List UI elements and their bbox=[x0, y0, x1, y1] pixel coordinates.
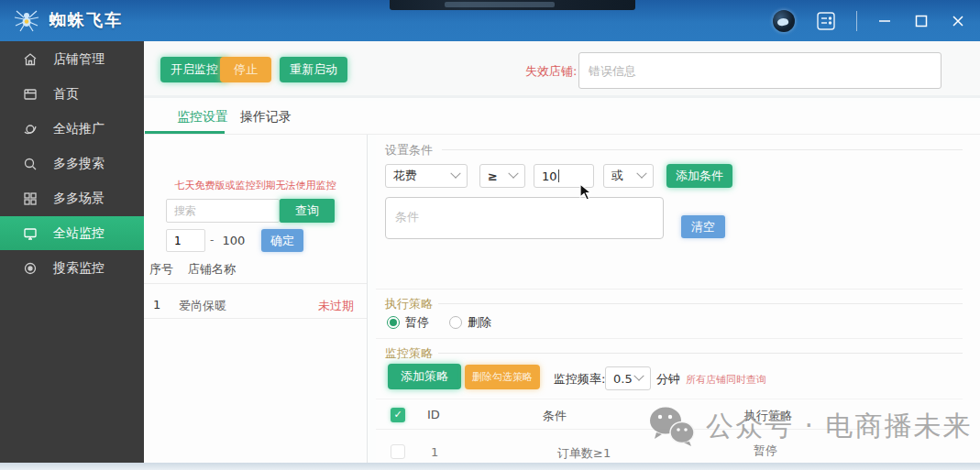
condition-logic-select[interactable]: 或 bbox=[603, 164, 654, 188]
frequency-label: 监控频率: bbox=[554, 371, 605, 388]
radio-option-pause[interactable]: 暂停 bbox=[387, 314, 429, 331]
header-condition: 条件 bbox=[543, 408, 567, 424]
sidebar-item-duoduo-search[interactable]: 多多搜索 bbox=[0, 147, 144, 180]
watermark: 公众号 · 电商播未来 bbox=[647, 405, 973, 447]
select-all-checkbox[interactable]: ✓ bbox=[391, 408, 405, 422]
globe-circle bbox=[773, 10, 795, 32]
condition-textarea[interactable] bbox=[385, 197, 664, 239]
section-title-strategy: 监控策略 bbox=[385, 345, 433, 362]
row-condition: 订单数≥1 bbox=[557, 445, 611, 462]
frequency-value: 0.5 bbox=[613, 372, 633, 386]
titlebar-controls bbox=[772, 0, 967, 41]
sidebar-item-label: 全站监控 bbox=[53, 225, 105, 242]
delete-checked-strategy-button[interactable]: 删除勾选策略 bbox=[465, 365, 540, 389]
monitor-toolbar: 开启监控 停止 重新启动 失效店铺: bbox=[144, 41, 980, 98]
sidebar-item-label: 店铺管理 bbox=[53, 51, 105, 68]
sidebar-item-site-monitor[interactable]: 全站监控 bbox=[0, 216, 144, 250]
tabbar: 监控设置 操作记录 bbox=[144, 101, 980, 135]
spider-logo-icon bbox=[13, 6, 40, 34]
row-checkbox[interactable] bbox=[391, 444, 405, 459]
active-tab-underline bbox=[145, 131, 225, 134]
header-shop-name: 店铺名称 bbox=[188, 261, 236, 278]
radio-unchecked-icon bbox=[449, 316, 462, 329]
start-monitor-button[interactable]: 开启监控 bbox=[160, 57, 228, 82]
sidebar-item-shop-management[interactable]: 店铺管理 bbox=[0, 42, 144, 76]
sidebar-item-label: 多多搜索 bbox=[53, 156, 105, 172]
wechat-icon bbox=[647, 405, 695, 447]
sidebar: 店铺管理 首页 全站推广 多多搜索 多多场景 bbox=[0, 41, 144, 463]
titlebar-separator bbox=[856, 11, 857, 31]
sidebar-item-duoduo-scene[interactable]: 多多场景 bbox=[0, 181, 144, 215]
sidebar-item-site-promotion[interactable]: 全站推广 bbox=[0, 112, 144, 146]
shop-list-panel: 七天免费版或监控到期无法使用监控 查询 - 100 确定 序号 店铺名称 1 爱… bbox=[144, 135, 367, 463]
task-panel-icon[interactable] bbox=[814, 9, 838, 33]
invalid-shop-label: 失效店铺: bbox=[525, 63, 577, 80]
shop-search-input[interactable] bbox=[166, 199, 280, 223]
frequency-select[interactable]: 0.5 bbox=[605, 366, 651, 390]
tab-operation-records[interactable]: 操作记录 bbox=[240, 109, 292, 126]
overlapping-window-artifact bbox=[390, 0, 635, 10]
close-button[interactable] bbox=[949, 12, 967, 30]
query-button[interactable]: 查询 bbox=[280, 199, 335, 223]
sidebar-item-label: 多多场景 bbox=[53, 191, 105, 207]
header-id: ID bbox=[427, 408, 440, 421]
tab-monitor-settings[interactable]: 监控设置 bbox=[177, 109, 228, 126]
chevron-down-icon bbox=[450, 169, 460, 179]
sidebar-item-label: 全站推广 bbox=[53, 121, 105, 137]
range-dash: - bbox=[210, 234, 214, 246]
divider bbox=[144, 283, 367, 284]
operator-select-value: ≥ bbox=[488, 169, 498, 183]
section-line bbox=[438, 353, 963, 354]
divider bbox=[376, 338, 963, 339]
condition-field-select[interactable]: 花费 bbox=[385, 164, 468, 188]
home-dashboard-icon bbox=[22, 86, 39, 103]
app-window: 蜘蛛飞车 bbox=[0, 0, 980, 470]
add-strategy-button[interactable]: 添加策略 bbox=[388, 364, 461, 389]
range-to-value[interactable]: 100 bbox=[217, 234, 250, 247]
invalid-shop-input[interactable] bbox=[578, 52, 941, 89]
app-logo: 蜘蛛飞车 bbox=[13, 6, 123, 34]
shop-icon bbox=[22, 51, 39, 68]
sidebar-item-home[interactable]: 首页 bbox=[0, 77, 144, 111]
chevron-down-icon bbox=[508, 169, 518, 179]
browser-globe-icon[interactable] bbox=[772, 9, 796, 33]
shop-table-row[interactable]: 1 爱尚保暖 未过期 bbox=[144, 289, 367, 318]
stop-button[interactable]: 停止 bbox=[220, 57, 271, 82]
maximize-button[interactable] bbox=[912, 12, 930, 30]
range-from-input[interactable] bbox=[166, 229, 205, 252]
confirm-button[interactable]: 确定 bbox=[261, 229, 303, 252]
radio-delete-label: 删除 bbox=[468, 314, 491, 331]
grid-icon bbox=[22, 191, 39, 207]
shop-table-header: 序号 店铺名称 bbox=[144, 261, 367, 283]
monitor-icon bbox=[22, 225, 39, 242]
radio-option-delete[interactable]: 删除 bbox=[449, 314, 491, 331]
section-title-conditions: 设置条件 bbox=[385, 142, 433, 158]
header-index: 序号 bbox=[149, 261, 173, 278]
target-icon bbox=[22, 260, 39, 277]
shop-row-name: 爱尚保暖 bbox=[179, 298, 226, 314]
search-icon bbox=[22, 156, 39, 172]
frequency-unit: 分钟 bbox=[656, 371, 680, 388]
clear-button[interactable]: 清空 bbox=[681, 215, 725, 238]
main-content: 开启监控 停止 重新启动 失效店铺: 监控设置 操作记录 七天免费版或监控到期无… bbox=[144, 41, 980, 463]
add-condition-button[interactable]: 添加条件 bbox=[666, 164, 732, 188]
window-bottom-edge bbox=[0, 463, 980, 470]
titlebar: 蜘蛛飞车 bbox=[0, 0, 980, 41]
condition-operator-select[interactable]: ≥ bbox=[479, 164, 525, 188]
panel-divider bbox=[367, 135, 368, 463]
restart-button[interactable]: 重新启动 bbox=[280, 57, 347, 82]
radio-checked-icon bbox=[387, 316, 400, 329]
row-id: 1 bbox=[431, 445, 438, 459]
divider bbox=[144, 318, 367, 319]
sidebar-item-label: 首页 bbox=[53, 86, 79, 103]
app-title: 蜘蛛飞车 bbox=[50, 9, 123, 31]
sidebar-item-search-monitor[interactable]: 搜索监控 bbox=[0, 251, 144, 285]
logic-select-value: 或 bbox=[611, 168, 623, 184]
minimize-button[interactable] bbox=[875, 12, 894, 30]
divider bbox=[376, 289, 963, 290]
execute-strategy-options: 暂停 删除 bbox=[387, 314, 491, 331]
radio-pause-label: 暂停 bbox=[405, 314, 429, 331]
sidebar-item-label: 搜索监控 bbox=[53, 260, 105, 277]
value-text: 10 bbox=[542, 169, 557, 183]
section-line bbox=[442, 149, 963, 150]
